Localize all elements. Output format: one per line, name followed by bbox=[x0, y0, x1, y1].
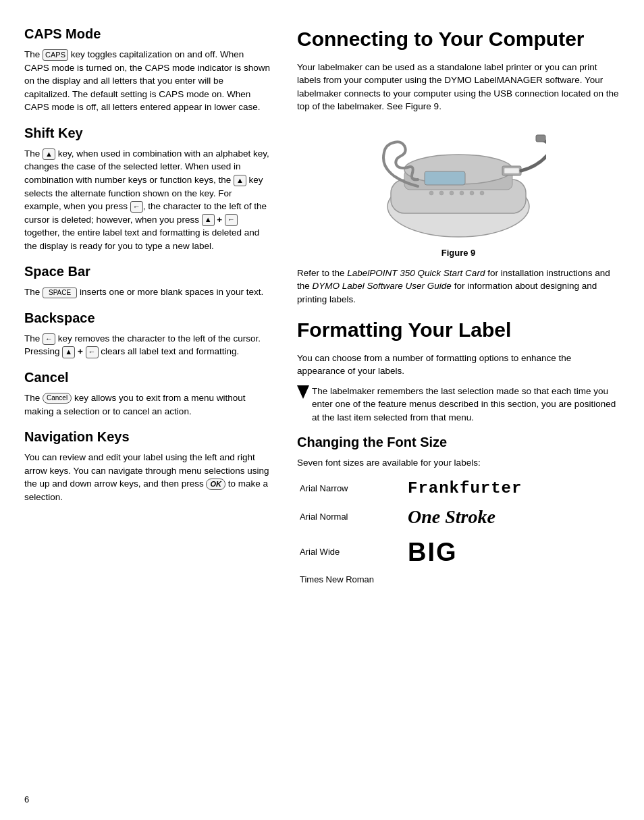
connecting-heading: Connecting to Your Computer bbox=[297, 24, 620, 54]
svg-rect-7 bbox=[425, 171, 465, 185]
connecting-paragraph: Your labelmaker can be used as a standal… bbox=[297, 61, 620, 113]
backspace-text: The ← key removes the character to the l… bbox=[24, 332, 270, 358]
font-table: Arial Narrow Frankfurter Arial Normal On… bbox=[297, 476, 620, 587]
shift-key-text: The ▲ key, when used in combination with… bbox=[24, 147, 270, 253]
left-column: CAPS Mode The CAPS key toggles capitaliz… bbox=[0, 24, 284, 796]
svg-point-10 bbox=[450, 191, 454, 195]
backspace-key-badge3: ← bbox=[43, 333, 55, 345]
cancel-section: Cancel The Cancel key allows you to exit… bbox=[24, 368, 270, 418]
font-size-section: Changing the Font Size Seven font sizes … bbox=[297, 433, 620, 588]
formatting-paragraph: You can choose from a number of formatti… bbox=[297, 352, 620, 378]
space-key-badge: SPACE bbox=[43, 288, 77, 298]
formatting-note-block: The labelmaker remembers the last select… bbox=[297, 385, 620, 425]
formatting-section: Formatting Your Label You can choose fro… bbox=[297, 315, 620, 587]
caps-mode-section: CAPS Mode The CAPS key toggles capitaliz… bbox=[24, 24, 270, 114]
backspace-heading: Backspace bbox=[24, 308, 270, 328]
font-row-2: Arial Wide BIG bbox=[297, 532, 620, 572]
font-sample-times bbox=[405, 572, 620, 588]
font-size-heading: Changing the Font Size bbox=[297, 433, 620, 452]
font-name-arial-normal: Arial Normal bbox=[297, 502, 405, 532]
shift-key-badge3: ▲ bbox=[202, 214, 215, 225]
font-name-arial-narrow: Arial Narrow bbox=[297, 476, 405, 502]
font-sample-frankfurter: Frankfurter bbox=[405, 476, 620, 502]
formatting-heading: Formatting Your Label bbox=[297, 315, 620, 345]
shift-key-badge4: ▲ bbox=[62, 346, 75, 358]
page-number: 6 bbox=[24, 794, 29, 807]
font-row-1: Arial Normal One Stroke bbox=[297, 502, 620, 532]
shift-key-badge: ▲ bbox=[43, 148, 55, 160]
font-sample-onestroke: One Stroke bbox=[405, 502, 620, 532]
shift-key-section: Shift Key The ▲ key, when used in combin… bbox=[24, 124, 270, 253]
caps-key-badge: CAPS bbox=[43, 49, 68, 61]
font-row-0: Arial Narrow Frankfurter bbox=[297, 476, 620, 502]
font-row-3: Times New Roman bbox=[297, 572, 620, 588]
right-column: Connecting to Your Computer Your labelma… bbox=[284, 24, 644, 796]
space-bar-section: Space Bar The SPACE inserts one or more … bbox=[24, 262, 270, 299]
cancel-key-badge: Cancel bbox=[43, 393, 72, 404]
device-illustration bbox=[371, 126, 546, 247]
svg-marker-14 bbox=[297, 385, 309, 399]
svg-point-8 bbox=[429, 191, 433, 195]
formatting-note-text: The labelmaker remembers the last select… bbox=[312, 385, 620, 425]
font-sample-big: BIG bbox=[405, 532, 620, 572]
ok-key-badge: OK bbox=[206, 479, 225, 490]
connecting-section: Connecting to Your Computer Your labelma… bbox=[297, 24, 620, 306]
svg-rect-5 bbox=[504, 168, 519, 173]
figure-9-area: Figure 9 bbox=[297, 126, 620, 260]
backspace-key-badge: ← bbox=[130, 201, 143, 213]
space-bar-text: The SPACE inserts one or more blank spac… bbox=[24, 285, 270, 299]
shift-key-badge2: ▲ bbox=[234, 175, 246, 186]
font-size-intro: Seven font sizes are available for your … bbox=[297, 456, 620, 470]
navigation-keys-heading: Navigation Keys bbox=[24, 427, 270, 447]
svg-point-13 bbox=[480, 191, 484, 195]
figure-note: Refer to the LabelPOINT 350 Quick Start … bbox=[297, 267, 620, 306]
font-name-times-new-roman: Times New Roman bbox=[297, 572, 405, 588]
font-name-arial-wide: Arial Wide bbox=[297, 532, 405, 572]
caps-mode-heading: CAPS Mode bbox=[24, 24, 270, 44]
figure-caption: Figure 9 bbox=[297, 247, 620, 260]
shift-key-heading: Shift Key bbox=[24, 124, 270, 143]
backspace-section: Backspace The ← key removes the characte… bbox=[24, 308, 270, 358]
backspace-key-badge4: ← bbox=[86, 346, 99, 358]
backspace-key-badge2: ← bbox=[225, 214, 238, 225]
svg-point-12 bbox=[470, 191, 474, 195]
navigation-keys-text: You can review and edit your label using… bbox=[24, 451, 270, 503]
svg-point-11 bbox=[460, 191, 464, 195]
caps-mode-text: The CAPS key toggles capitalization on a… bbox=[24, 48, 270, 114]
svg-point-9 bbox=[439, 191, 444, 195]
space-bar-heading: Space Bar bbox=[24, 262, 270, 281]
cancel-heading: Cancel bbox=[24, 368, 270, 387]
navigation-keys-section: Navigation Keys You can review and edit … bbox=[24, 427, 270, 503]
cancel-text: The Cancel key allows you to exit from a… bbox=[24, 391, 270, 418]
svg-rect-6 bbox=[536, 135, 545, 142]
note-arrow-icon bbox=[297, 385, 309, 403]
